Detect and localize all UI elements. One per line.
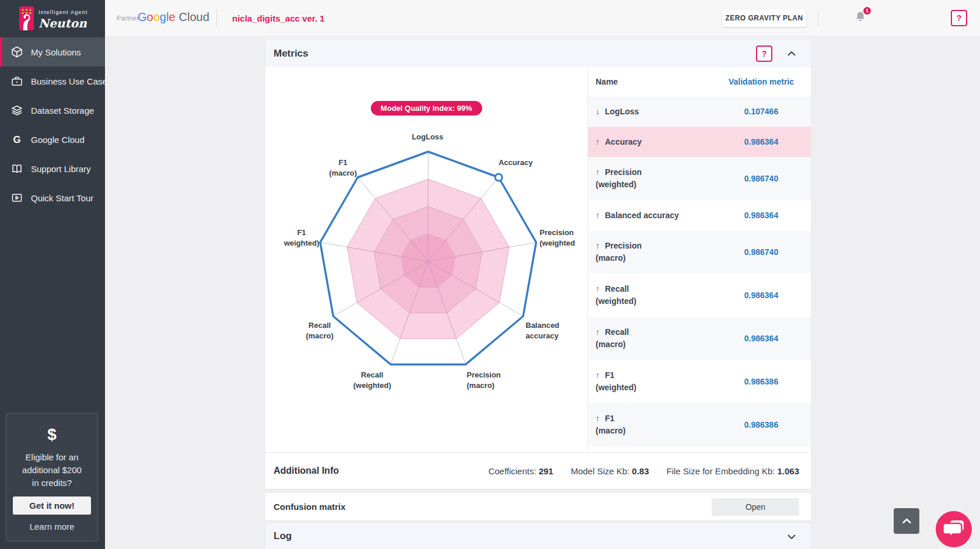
metric-value: 0.986364	[718, 211, 805, 220]
learn-more-link[interactable]: Learn more	[6, 522, 97, 531]
zero-gravity-plan-button[interactable]: ZERO GRAVITY PLAN	[722, 9, 806, 27]
main-content: Metrics ? Model Quality Index: 99% LogLo…	[105, 36, 980, 549]
sidebar: Intelligent Agent Neuton My Solutions	[0, 0, 105, 549]
dollar-icon: $	[6, 425, 97, 444]
notification-badge: 1	[862, 6, 872, 16]
table-row[interactable]: ↑Recall(macro)0.986364	[588, 317, 811, 360]
google-word: Google	[138, 11, 176, 24]
metrics-card: Metrics ? Model Quality Index: 99% LogLo…	[265, 40, 811, 489]
table-row[interactable]: ↓LogLoss0.107466	[588, 96, 811, 127]
topbar: Partner Google Cloud nicla_digits_acc ve…	[105, 0, 980, 36]
arrow-up-icon: ↑	[596, 240, 600, 252]
arrow-up-icon: ↑	[596, 166, 600, 179]
metric-value: 0.986364	[718, 137, 805, 146]
arrow-up-icon: ↑	[596, 209, 600, 222]
arrow-up-icon: ↑	[596, 369, 600, 382]
sidebar-item-google-cloud[interactable]: G Google Cloud	[0, 125, 105, 154]
metric-value: 0.986386	[718, 420, 805, 429]
radar-axis-label: F1weighted)	[284, 228, 320, 247]
table-row[interactable]: ↑F1(weighted)0.986386	[588, 360, 811, 403]
metric-name: ↑Precision(macro)	[596, 240, 642, 264]
arrow-up-icon: ↑	[596, 326, 600, 338]
table-row[interactable]: ↑Precision(weighted)0.986740	[588, 157, 811, 200]
metric-name: ↑F1(weighted)	[596, 369, 636, 394]
table-row[interactable]: ↑Precision(macro)0.986740	[588, 230, 811, 274]
sidebar-item-business-use-cases[interactable]: Business Use Cases	[0, 67, 105, 96]
chat-button[interactable]	[936, 511, 972, 547]
metrics-help-button[interactable]: ?	[756, 46, 772, 62]
metrics-table-body: ↓LogLoss0.107466↑Accuracy0.986364↑Precis…	[588, 96, 811, 446]
additional-info-bar: Additional Info Coefficients:291 Model S…	[265, 452, 811, 489]
topbar-divider	[216, 10, 217, 26]
collapse-metrics-button[interactable]	[786, 48, 797, 59]
sidebar-item-support-library[interactable]: Support Library	[0, 154, 105, 183]
sidebar-nav: My Solutions Business Use Cases Dataset …	[0, 37, 105, 212]
log-card: Log	[265, 523, 811, 549]
accuracy-marker[interactable]	[495, 174, 502, 181]
logo-title: Neuton	[38, 16, 88, 30]
sidebar-item-dataset-storage[interactable]: Dataset Storage	[0, 96, 105, 125]
radar-axis-label: Recall(macro)	[306, 321, 334, 340]
metrics-table-header: Name Validation metric	[588, 67, 811, 96]
confusion-matrix-title: Confusion matrix	[274, 502, 345, 512]
table-row[interactable]: ↑F1(macro)0.986386	[588, 403, 811, 446]
expand-log-button[interactable]	[786, 531, 797, 542]
promo-text-line1: Eligible for an	[6, 451, 97, 464]
radar-axis-label: Recall(weighted)	[354, 370, 391, 390]
sidebar-item-label: Support Library	[31, 164, 91, 174]
radar-chart: LogLossAccuracyPrecision(weightedBalance…	[265, 67, 587, 454]
logo-subtitle: Intelligent Agent	[38, 9, 88, 15]
validation-metric-sort[interactable]: Validation metric	[718, 77, 805, 86]
metric-value: 0.986386	[718, 377, 805, 386]
layers-icon	[10, 104, 23, 117]
chat-bubbles-icon	[936, 540, 972, 549]
neuton-logo-icon	[19, 6, 34, 30]
scroll-to-top-button[interactable]	[894, 508, 919, 534]
book-icon	[10, 162, 23, 175]
sidebar-item-label: My Solutions	[31, 47, 81, 57]
radar-axis-label: F1(macro)	[329, 158, 357, 177]
chevron-up-icon	[902, 517, 912, 526]
coefficients-stat: Coefficients:291	[488, 466, 553, 476]
promo-text-line3: in credits?	[6, 477, 97, 489]
cloud-word: Cloud	[179, 11, 209, 24]
help-button[interactable]: ?	[951, 10, 967, 26]
metric-value: 0.986364	[718, 291, 805, 300]
google-g-icon: G	[10, 133, 23, 146]
sidebar-item-quick-start-tour[interactable]: Quick Start Tour	[0, 183, 105, 212]
radar-axis-label: Precision(macro)	[467, 370, 501, 390]
metric-name: ↑Recall(macro)	[596, 326, 629, 351]
arrow-up-icon: ↑	[596, 136, 600, 148]
radar-axis-label: LogLoss	[412, 132, 443, 141]
radar-axis-label: Accuracy	[499, 158, 533, 167]
chevron-up-icon	[788, 49, 796, 58]
table-row[interactable]: ↑Balanced accuracy0.986364	[588, 200, 811, 230]
briefcase-icon	[10, 75, 23, 88]
neuton-logo[interactable]: Intelligent Agent Neuton	[0, 0, 105, 36]
arrow-up-icon: ↑	[596, 283, 600, 295]
open-confusion-matrix-button[interactable]: Open	[712, 498, 799, 516]
table-row[interactable]: ↑Accuracy0.986364	[588, 127, 811, 157]
google-cloud-logo: Google Cloud	[138, 11, 209, 24]
metric-name: ↑F1(macro)	[596, 412, 625, 437]
sidebar-item-label: Quick Start Tour	[31, 193, 93, 203]
metric-value: 0.107466	[718, 107, 805, 116]
radar-axis-label: Precision(weighted	[540, 228, 575, 247]
arrow-up-icon: ↑	[596, 412, 600, 425]
app-window: Intelligent Agent Neuton My Solutions	[0, 0, 980, 549]
model-size-stat: Model Size Kb:0.83	[570, 466, 649, 476]
metric-name: ↑Accuracy	[596, 136, 642, 148]
embedding-file-size-stat: File Size for Embedding Kb:1.063	[667, 466, 799, 476]
metrics-table: Name Validation metric ↓LogLoss0.107466↑…	[587, 67, 811, 452]
promo-card: $ Eligible for an additional $200 in cre…	[6, 413, 98, 541]
metric-name: ↑Balanced accuracy	[596, 209, 679, 222]
svg-text:G: G	[13, 134, 20, 145]
metrics-title: Metrics	[274, 48, 756, 60]
arrow-down-icon: ↓	[596, 106, 600, 118]
table-row[interactable]: ↑Recall(weighted)0.986364	[588, 274, 811, 317]
sidebar-item-my-solutions[interactable]: My Solutions	[0, 37, 105, 67]
model-quality-badge: Model Quality Index: 99%	[371, 101, 482, 116]
get-it-now-button[interactable]: Get it now!	[13, 496, 91, 515]
sidebar-item-label: Dataset Storage	[31, 106, 94, 116]
additional-info-title: Additional Info	[274, 466, 339, 476]
